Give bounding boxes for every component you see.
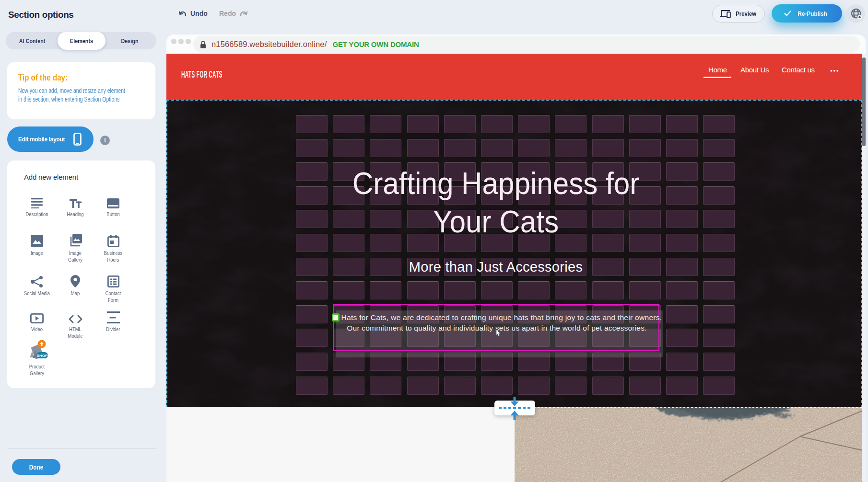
svg-text:SHOP: SHOP — [37, 354, 48, 358]
